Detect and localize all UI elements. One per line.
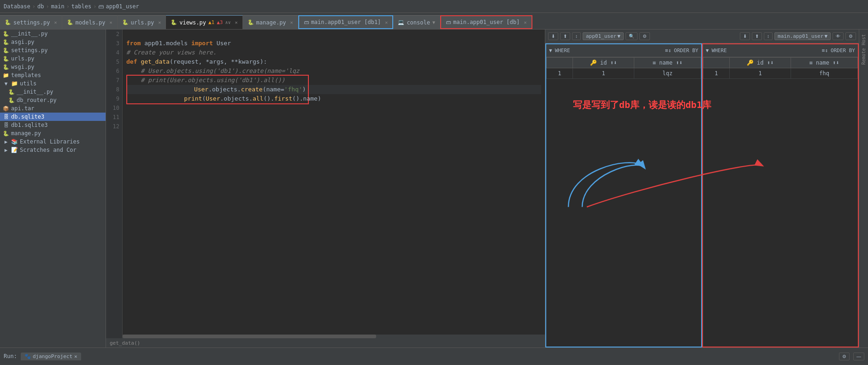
sidebar-item-apitar[interactable]: 📦 api.tar <box>0 104 106 113</box>
code-line-9: print(User.objects.all().first().name) <box>126 94 541 103</box>
db-settings-btn2[interactable]: ⚙ <box>845 32 856 40</box>
sort-icon: ≡↕ <box>822 48 828 54</box>
code-content[interactable]: from app01.models import User # Create y… <box>123 30 545 347</box>
run-tab[interactable]: 🐾 djangoProject ✕ <box>21 353 81 360</box>
error-icon: ▲3 <box>217 19 223 25</box>
sidebar-item-wsgi[interactable]: 🐍 wsgi.py <box>0 63 106 71</box>
db-icon: 🗃 <box>304 19 309 25</box>
table-row[interactable]: 1 1 lqz <box>547 68 701 79</box>
run-tab-close[interactable]: ✕ <box>74 353 77 359</box>
tab-urls-close[interactable]: ✕ <box>158 20 161 25</box>
sidebar-item-label: urls.py <box>11 55 35 62</box>
code-line-5: def get_data(request, *args, **kwargs): <box>126 57 541 66</box>
line-numbers: 2 3 4 5 6 7 8 9 10 11 12 <box>106 30 123 347</box>
sidebar-item-utils[interactable]: ▼ 📁 utils <box>0 79 106 88</box>
sidebar-item-urls[interactable]: 🐍 urls.py <box>0 54 106 63</box>
breadcrumb-item-db[interactable]: db <box>37 3 44 10</box>
python-icon: 🐍 <box>5 19 11 25</box>
db-toolbar: ⬇ ⬆ ↕ app01_user ▼ 🔍 ⚙ ⬇ ⬆ ↕ main.app01_… <box>545 30 859 43</box>
sidebar-item-external-libraries[interactable]: ▶ 📚 External Libraries <box>0 138 106 146</box>
horizontal-scrollbar[interactable] <box>123 335 545 338</box>
db-table-left: 🔑 id ⬆⬇ ≡ name ⬆⬇ 1 1 lqz <box>546 57 701 79</box>
python-file-icon: 🐍 <box>3 56 9 62</box>
db-eye-btn[interactable]: 👁 <box>833 32 844 40</box>
order-by-label: ORDER BY <box>674 48 698 54</box>
db-table-dropdown2[interactable]: main.app01_user ▼ <box>774 32 831 40</box>
id-icon: 🔑 <box>590 60 597 66</box>
db-panels: ▼ WHERE ≡↕ ORDER BY 🔑 id ⬆⬇ <box>545 43 859 347</box>
order-by-label: ORDER BY <box>831 48 855 54</box>
tab-bar: 🐍 settings.py ✕ 🐍 models.py ✕ 🐍 urls.py … <box>0 13 868 30</box>
sidebar-item-utils-init[interactable]: 🐍 __init__.py <box>0 88 106 96</box>
db-sync-btn2[interactable]: ↕ <box>764 32 773 40</box>
tab-console[interactable]: 💻 console ▼ <box>393 15 440 29</box>
sidebar-item-asgi[interactable]: 🐍 asgi.py <box>0 38 106 46</box>
tab-views-close[interactable]: ✕ <box>235 20 238 25</box>
editor-area: 2 3 4 5 6 7 8 9 10 11 12 from app01.mode… <box>106 30 545 347</box>
db-settings-btn[interactable]: ⚙ <box>639 32 650 40</box>
tab-views[interactable]: 🐍 views.py ▲1 ▲3 ∧∨ ✕ <box>166 15 242 29</box>
db-table-dropdown[interactable]: app01_user ▼ <box>583 32 624 40</box>
editor-footer: get_data() <box>106 338 545 347</box>
breadcrumb-item-table[interactable]: app01_user <box>106 3 139 10</box>
breadcrumb-item-main[interactable]: main <box>51 3 65 10</box>
tab-db-close[interactable]: ✕ <box>524 20 526 25</box>
sidebar-item-label: templates <box>11 72 41 78</box>
db-upload-btn[interactable]: ⬆ <box>560 32 570 40</box>
sidebar-item-settings[interactable]: 🐍 settings.py <box>0 46 106 54</box>
tab-models[interactable]: 🐍 models.py ✕ <box>62 15 118 29</box>
col-header-name[interactable]: ≡ name ⬆⬇ <box>634 58 701 68</box>
db-download-btn2[interactable]: ⬇ <box>740 32 750 40</box>
tab-db1-table[interactable]: 🗃 main.app01_user [db1] ✕ <box>298 15 394 29</box>
col-header-id[interactable]: 🔑 id ⬆⬇ <box>729 58 791 68</box>
sidebar-item-label: asgi.py <box>11 39 35 45</box>
tab-urls[interactable]: 🐍 urls.py ✕ <box>118 15 166 29</box>
run-settings-btn[interactable]: ⚙ <box>839 353 850 360</box>
sidebar-item-dbsqlite3[interactable]: 🗄 db.sqlite3 <box>0 113 106 121</box>
sidebar-item-label: db.sqlite3 <box>11 114 44 120</box>
run-minimize-btn[interactable]: — <box>853 353 864 360</box>
sidebar-item-init[interactable]: 🐍 __init__.py <box>0 30 106 38</box>
db-search-btn[interactable]: 🔍 <box>626 32 638 40</box>
sidebar-item-managepy[interactable]: 🐍 manage.py <box>0 129 106 138</box>
sort-icon: ≡↕ <box>665 48 671 54</box>
breadcrumb-item-tables[interactable]: tables <box>71 3 91 10</box>
sidebar-item-label: External Libraries <box>20 138 80 145</box>
library-icon: ▶ <box>3 139 9 145</box>
db-download-btn[interactable]: ⬇ <box>548 32 558 40</box>
db-panel-right-header: ▼ WHERE ≡↕ ORDER BY <box>703 44 858 57</box>
code-editor: 2 3 4 5 6 7 8 9 10 11 12 from app01.mode… <box>106 30 545 347</box>
col-header-rownum <box>547 58 573 68</box>
db-table-right: 🔑 id ⬆⬇ ≡ name ⬆⬇ 1 1 fhq <box>703 57 858 79</box>
tab-urls-label: urls.py <box>131 19 154 26</box>
python-icon: 🐍 <box>67 19 73 25</box>
name-icon: ≡ <box>809 60 813 66</box>
scratch-icon: ▶ <box>3 147 9 153</box>
tab-db1-close[interactable]: ✕ <box>385 20 388 25</box>
db-sync-btn[interactable]: ↕ <box>572 32 581 40</box>
sidebar-item-dbrouter[interactable]: 🐍 db_router.py <box>0 96 106 104</box>
python-file-icon: 🐍 <box>8 97 15 103</box>
tab-settings[interactable]: 🐍 settings.py ✕ <box>0 15 62 29</box>
tab-manage-close[interactable]: ✕ <box>290 20 293 25</box>
sidebar: 🐍 __init__.py 🐍 asgi.py 🐍 settings.py 🐍 … <box>0 30 106 347</box>
sidebar-item-label: settings.py <box>11 47 47 54</box>
sidebar-item-scratches[interactable]: ▶ 📝 Scratches and Cor <box>0 146 106 154</box>
db-upload-btn2[interactable]: ⬆ <box>752 32 762 40</box>
tab-manage[interactable]: 🐍 manage.py ✕ <box>243 15 298 29</box>
python-file-icon: 🐍 <box>3 48 9 54</box>
col-header-id[interactable]: 🔑 id ⬆⬇ <box>573 58 634 68</box>
tab-db-table[interactable]: 🗃 main.app01_user [db] ✕ <box>440 15 532 29</box>
db-file-icon: 🗄 <box>3 122 9 128</box>
sidebar-item-templates[interactable]: 📁 templates <box>0 71 106 79</box>
tab-models-close[interactable]: ✕ <box>110 20 112 25</box>
sidebar-item-db1sqlite3[interactable]: 🗄 db1.sqlite3 <box>0 121 106 129</box>
cell-rownum: 1 <box>703 68 730 79</box>
table-row[interactable]: 1 1 fhq <box>703 68 858 79</box>
tab-settings-close[interactable]: ✕ <box>54 20 57 25</box>
sidebar-item-icon2: 📝 <box>11 147 18 153</box>
col-header-name[interactable]: ≡ name ⬆⬇ <box>791 58 858 68</box>
breadcrumb-item-database[interactable]: Database <box>4 3 30 10</box>
run-bar: Run: 🐾 djangoProject ✕ ⚙ — <box>0 347 868 365</box>
where-label: WHERE <box>712 48 727 54</box>
